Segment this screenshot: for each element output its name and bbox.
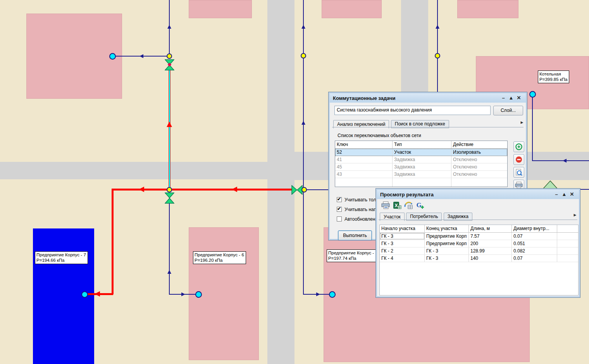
layer-name-field[interactable]: Система газоснабжения высокого давления xyxy=(334,106,491,115)
cell-action[interactable]: Изолировать xyxy=(451,149,507,156)
remove-object-button[interactable] xyxy=(513,154,524,165)
minimize-icon[interactable]: – xyxy=(553,190,560,199)
add-object-button[interactable] xyxy=(513,141,524,152)
pipe-highlighted-red[interactable] xyxy=(112,189,114,294)
cell-action[interactable]: Отключено xyxy=(451,171,507,178)
cell-key[interactable]: 52 xyxy=(335,149,393,156)
network-node-junction[interactable] xyxy=(435,53,440,58)
close-icon[interactable]: ✕ xyxy=(568,190,576,199)
dialog-title-bar[interactable]: Просмотр результата – ▲ ✕ xyxy=(377,190,579,199)
table-row[interactable]: ГК - 2 ГК - 3 128.99 0.082 xyxy=(380,247,578,255)
run-button[interactable]: Выполнить xyxy=(338,230,372,240)
table-row[interactable]: 43 Задвижка Отключено xyxy=(335,171,507,178)
dialog-title-bar[interactable]: Коммутационные задачи – ▲ ✕ xyxy=(330,93,526,103)
cell-diameter[interactable]: 0.082 xyxy=(512,247,557,254)
table-header-row[interactable]: Ключ Тип Действие xyxy=(335,141,507,149)
column-header[interactable]: Конец участка xyxy=(425,225,469,232)
maximize-icon[interactable]: ▲ xyxy=(507,94,515,102)
network-node-consumer[interactable] xyxy=(81,291,88,298)
table-header-row[interactable]: Начало участка Конец участка Длина, м Ди… xyxy=(380,225,578,233)
print-result-button[interactable] xyxy=(381,201,390,209)
cell-type[interactable]: Задвижка xyxy=(393,163,451,170)
network-node-consumer[interactable] xyxy=(195,291,202,298)
tab-scroll-right-icon[interactable]: ▶ xyxy=(572,213,578,217)
cell-type[interactable]: Задвижка xyxy=(393,171,451,178)
table-row[interactable]: ГК - 3 Предприятие Корп 7.57 0.07 xyxy=(380,233,578,240)
checkbox-2[interactable] xyxy=(337,207,342,212)
column-header[interactable]: Длина, м xyxy=(469,225,512,232)
network-node-consumer[interactable] xyxy=(109,53,116,60)
cell-end[interactable]: Предприятие Корп xyxy=(425,240,469,247)
cell-start[interactable]: ГК - 4 xyxy=(380,255,425,262)
cell-action[interactable]: Отключено xyxy=(451,156,507,163)
result-table[interactable]: Начало участка Конец участка Длина, м Ди… xyxy=(379,225,579,295)
pipe-segment[interactable] xyxy=(532,160,589,161)
network-node-consumer[interactable] xyxy=(329,291,336,298)
column-header[interactable]: Ключ xyxy=(335,141,393,148)
close-icon[interactable]: ✕ xyxy=(515,94,523,102)
add-graph-button[interactable]: G xyxy=(416,201,425,209)
cell-key[interactable]: 45 xyxy=(335,163,393,170)
cell-type[interactable]: Задвижка xyxy=(393,156,451,163)
label-pressure: Р=197.74 кПа xyxy=(328,256,382,261)
cell-start[interactable]: ГК - 2 xyxy=(380,247,425,254)
layer-button[interactable]: Слой... xyxy=(493,106,523,115)
cell-diameter[interactable]: 0.07 xyxy=(512,255,557,262)
column-header[interactable]: Начало участка xyxy=(380,225,425,232)
cell-diameter[interactable]: 0.051 xyxy=(512,240,557,247)
table-row[interactable]: 52 Участок Изолировать xyxy=(335,149,507,156)
valve-icon[interactable] xyxy=(291,185,303,195)
table-row[interactable]: ГК - 4 ГК - 3 140 0.07 xyxy=(380,255,578,262)
list-label: Список переключаемых объектов сети xyxy=(338,133,421,138)
minimize-icon[interactable]: – xyxy=(499,94,507,102)
cell-end[interactable]: ГК - 3 xyxy=(425,247,469,254)
label-title: Предприятие Корпус - 7 xyxy=(36,252,86,258)
cell-length[interactable]: 200 xyxy=(469,240,512,247)
flow-arrow xyxy=(436,25,439,29)
pipe-segment[interactable] xyxy=(532,94,533,161)
cell-key[interactable]: 43 xyxy=(335,171,393,178)
cell-start[interactable]: ГК - 3 xyxy=(380,240,425,247)
cell-length[interactable]: 128.99 xyxy=(469,247,512,254)
cell-type[interactable]: Участок xyxy=(393,149,451,156)
export-map-button[interactable] xyxy=(404,201,413,209)
checkbox-3[interactable] xyxy=(337,216,342,221)
valve-closed-icon[interactable] xyxy=(165,59,174,70)
cell-diameter[interactable]: 0.07 xyxy=(512,233,557,240)
network-node-junction[interactable] xyxy=(301,53,306,58)
flow-arrow xyxy=(167,270,171,274)
pipe-segment[interactable] xyxy=(437,0,438,92)
network-node-junction[interactable] xyxy=(167,187,172,192)
dialog-title: Просмотр результата xyxy=(380,192,553,197)
tab-scroll-right-icon[interactable]: ▶ xyxy=(519,120,525,124)
cell-action[interactable]: Отключено xyxy=(451,163,507,170)
network-node-junction[interactable] xyxy=(301,187,307,192)
cell-end[interactable]: Предприятие Корп xyxy=(425,233,469,240)
dialog-title: Коммутационные задачи xyxy=(333,95,499,101)
table-row[interactable]: ГК - 3 Предприятие Корп 200 0.051 xyxy=(380,240,578,247)
maximize-icon[interactable]: ▲ xyxy=(560,190,568,199)
column-header[interactable]: Действие xyxy=(451,141,507,148)
cell-end[interactable]: ГК - 3 xyxy=(425,255,469,262)
pipe-segment[interactable] xyxy=(169,201,170,294)
cell-length[interactable]: 140 xyxy=(469,255,512,262)
cell-length[interactable]: 7.57 xyxy=(469,233,512,240)
cell-start[interactable]: ГК - 3 xyxy=(380,233,425,240)
export-excel-button[interactable]: X xyxy=(393,201,402,209)
map-export-icon xyxy=(404,201,413,209)
preview-button[interactable] xyxy=(513,167,524,178)
table-row[interactable]: 41 Задвижка Отключено xyxy=(335,156,507,163)
cell-key[interactable]: 41 xyxy=(335,156,393,163)
dialog-result-view[interactable]: Просмотр результата – ▲ ✕ X xyxy=(376,189,580,297)
pipe-segment[interactable] xyxy=(303,190,304,294)
valve-icon[interactable] xyxy=(165,192,174,204)
checkbox-1[interactable] xyxy=(337,197,342,202)
table-row[interactable]: 45 Задвижка Отключено xyxy=(335,163,507,171)
network-node-junction[interactable] xyxy=(167,53,172,59)
switch-objects-table[interactable]: Ключ Тип Действие 52 Участок Изолировать… xyxy=(335,141,508,187)
pipe-segment[interactable] xyxy=(580,189,589,190)
column-header[interactable]: Тип xyxy=(393,141,451,148)
pipe-segment[interactable] xyxy=(306,189,329,190)
column-header[interactable]: Диаметр внутр... xyxy=(512,225,557,232)
network-node-source[interactable] xyxy=(529,91,536,98)
